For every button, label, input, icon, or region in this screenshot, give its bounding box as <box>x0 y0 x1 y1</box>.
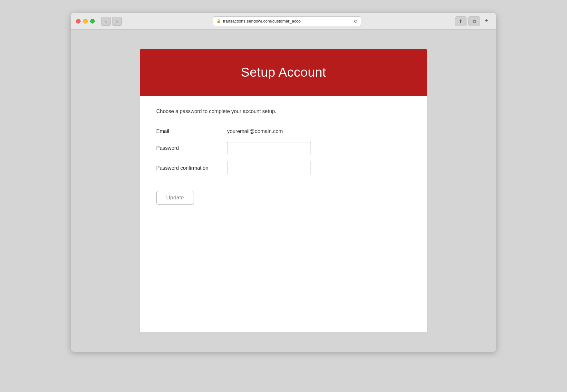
page-card: Setup Account Choose a password to compl… <box>140 49 427 332</box>
password-confirmation-input[interactable] <box>227 162 311 174</box>
lock-icon: 🔒 <box>216 19 221 23</box>
password-confirmation-row: Password confirmation <box>156 158 411 178</box>
traffic-light-yellow[interactable] <box>83 19 88 24</box>
copy-tab-button[interactable]: ⧉ <box>468 16 480 26</box>
address-bar[interactable]: 🔒 transactions.sendowl.com/customer_acco… <box>213 16 361 26</box>
form-table: Email youremail@domain.com Password Pass… <box>156 125 411 178</box>
address-bar-container: 🔒 transactions.sendowl.com/customer_acco… <box>126 16 448 26</box>
card-header: Setup Account <box>140 49 427 96</box>
share-button[interactable]: ⬆ <box>455 16 466 26</box>
email-value: youremail@domain.com <box>227 125 411 138</box>
traffic-lights <box>76 19 95 24</box>
update-button[interactable]: Update <box>156 191 194 205</box>
browser-content: Setup Account Choose a password to compl… <box>71 30 496 352</box>
page-title: Setup Account <box>153 65 414 80</box>
browser-window: ‹ › 🔒 transactions.sendowl.com/customer_… <box>71 13 496 352</box>
password-label: Password <box>156 138 227 158</box>
traffic-light-green[interactable] <box>90 19 95 24</box>
back-button[interactable]: ‹ <box>101 17 111 26</box>
new-tab-button[interactable]: + <box>482 16 491 25</box>
forward-button[interactable]: › <box>112 17 122 26</box>
nav-buttons: ‹ › <box>101 17 122 26</box>
email-row: Email youremail@domain.com <box>156 125 411 138</box>
address-text: transactions.sendowl.com/customer_acco <box>223 19 352 24</box>
traffic-light-red[interactable] <box>76 19 81 24</box>
browser-titlebar: ‹ › 🔒 transactions.sendowl.com/customer_… <box>71 13 496 30</box>
password-confirmation-label: Password confirmation <box>156 158 227 178</box>
reload-button[interactable]: ↻ <box>354 19 358 24</box>
toolbar-buttons: ⬆ ⧉ + <box>455 16 491 26</box>
card-body: Choose a password to complete your accou… <box>140 96 427 221</box>
password-row: Password <box>156 138 411 158</box>
email-label: Email <box>156 125 227 138</box>
password-input[interactable] <box>227 142 311 154</box>
intro-text: Choose a password to complete your accou… <box>156 109 411 114</box>
